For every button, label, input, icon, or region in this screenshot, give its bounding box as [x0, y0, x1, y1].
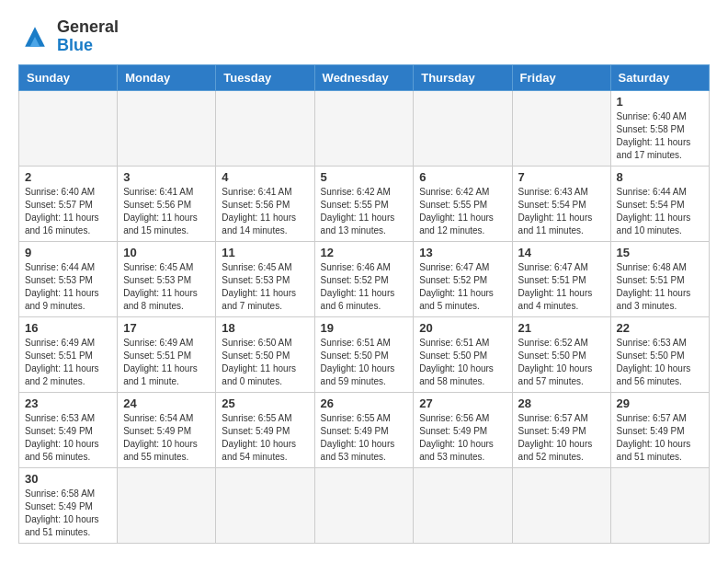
calendar-day-cell: 12 Sunrise: 6:46 AM Sunset: 5:52 PM Dayl… — [314, 241, 414, 316]
calendar-day-cell: 6 Sunrise: 6:42 AM Sunset: 5:55 PM Dayli… — [414, 166, 512, 241]
day-number: 19 — [321, 321, 408, 335]
calendar-day-cell — [610, 467, 709, 543]
calendar-day-cell: 27 Sunrise: 6:56 AM Sunset: 5:49 PM Dayl… — [414, 392, 512, 467]
logo-icon — [18, 20, 51, 53]
day-info: Sunrise: 6:53 AM Sunset: 5:49 PM Dayligh… — [25, 412, 111, 464]
calendar-day-cell — [414, 467, 512, 543]
day-info: Sunrise: 6:42 AM Sunset: 5:55 PM Dayligh… — [321, 186, 408, 237]
day-number: 3 — [123, 170, 210, 184]
day-number: 20 — [419, 321, 506, 335]
calendar-week-row: 9 Sunrise: 6:44 AM Sunset: 5:53 PM Dayli… — [19, 241, 710, 316]
day-info: Sunrise: 6:49 AM Sunset: 5:51 PM Dayligh… — [25, 337, 111, 388]
day-header-friday: Friday — [512, 64, 610, 90]
day-number: 12 — [321, 246, 408, 259]
calendar-day-cell — [118, 467, 216, 543]
calendar-day-cell: 3 Sunrise: 6:41 AM Sunset: 5:56 PM Dayli… — [118, 166, 216, 241]
calendar-day-cell: 8 Sunrise: 6:44 AM Sunset: 5:54 PM Dayli… — [610, 166, 709, 241]
day-info: Sunrise: 6:57 AM Sunset: 5:49 PM Dayligh… — [617, 412, 703, 464]
day-info: Sunrise: 6:46 AM Sunset: 5:52 PM Dayligh… — [321, 261, 408, 313]
day-header-thursday: Thursday — [414, 64, 512, 90]
day-info: Sunrise: 6:42 AM Sunset: 5:55 PM Dayligh… — [419, 186, 506, 237]
calendar-day-cell: 2 Sunrise: 6:40 AM Sunset: 5:57 PM Dayli… — [19, 166, 118, 241]
day-number: 21 — [518, 321, 605, 335]
calendar-day-cell: 25 Sunrise: 6:55 AM Sunset: 5:49 PM Dayl… — [216, 392, 314, 467]
day-number: 25 — [222, 396, 308, 410]
calendar-day-cell — [314, 467, 414, 543]
calendar-day-cell — [314, 90, 414, 166]
day-number: 17 — [123, 321, 210, 335]
day-number: 7 — [518, 170, 605, 184]
calendar-day-cell — [414, 90, 512, 166]
day-header-tuesday: Tuesday — [216, 64, 314, 90]
day-info: Sunrise: 6:53 AM Sunset: 5:50 PM Dayligh… — [617, 337, 703, 388]
calendar-day-cell: 7 Sunrise: 6:43 AM Sunset: 5:54 PM Dayli… — [512, 166, 610, 241]
day-number: 2 — [25, 170, 111, 184]
day-number: 6 — [419, 170, 506, 184]
calendar-day-cell: 14 Sunrise: 6:47 AM Sunset: 5:51 PM Dayl… — [512, 241, 610, 316]
calendar-day-cell: 17 Sunrise: 6:49 AM Sunset: 5:51 PM Dayl… — [118, 316, 216, 392]
day-info: Sunrise: 6:48 AM Sunset: 5:51 PM Dayligh… — [617, 261, 703, 313]
calendar-week-row: 2 Sunrise: 6:40 AM Sunset: 5:57 PM Dayli… — [19, 166, 710, 241]
day-info: Sunrise: 6:44 AM Sunset: 5:54 PM Dayligh… — [617, 186, 703, 237]
day-header-sunday: Sunday — [19, 64, 118, 90]
calendar-day-cell: 1 Sunrise: 6:40 AM Sunset: 5:58 PM Dayli… — [610, 90, 709, 166]
day-number: 16 — [25, 321, 111, 335]
day-number: 23 — [25, 396, 111, 410]
day-info: Sunrise: 6:41 AM Sunset: 5:56 PM Dayligh… — [123, 186, 210, 237]
calendar-day-cell — [216, 467, 314, 543]
day-number: 27 — [419, 396, 506, 410]
day-info: Sunrise: 6:57 AM Sunset: 5:49 PM Dayligh… — [518, 412, 605, 464]
calendar-table: SundayMondayTuesdayWednesdayThursdayFrid… — [18, 64, 710, 544]
day-info: Sunrise: 6:41 AM Sunset: 5:56 PM Dayligh… — [222, 186, 308, 237]
day-number: 5 — [321, 170, 408, 184]
calendar-day-cell: 19 Sunrise: 6:51 AM Sunset: 5:50 PM Dayl… — [314, 316, 414, 392]
day-info: Sunrise: 6:54 AM Sunset: 5:49 PM Dayligh… — [123, 412, 210, 464]
calendar-day-cell: 23 Sunrise: 6:53 AM Sunset: 5:49 PM Dayl… — [19, 392, 118, 467]
day-info: Sunrise: 6:51 AM Sunset: 5:50 PM Dayligh… — [419, 337, 506, 388]
day-number: 18 — [222, 321, 308, 335]
day-number: 1 — [617, 95, 703, 109]
day-header-monday: Monday — [118, 64, 216, 90]
calendar-day-cell: 11 Sunrise: 6:45 AM Sunset: 5:53 PM Dayl… — [216, 241, 314, 316]
calendar-day-cell: 15 Sunrise: 6:48 AM Sunset: 5:51 PM Dayl… — [610, 241, 709, 316]
calendar-day-cell — [118, 90, 216, 166]
day-number: 29 — [617, 396, 703, 410]
day-number: 24 — [123, 396, 210, 410]
calendar-week-row: 16 Sunrise: 6:49 AM Sunset: 5:51 PM Dayl… — [19, 316, 710, 392]
calendar-day-cell: 22 Sunrise: 6:53 AM Sunset: 5:50 PM Dayl… — [610, 316, 709, 392]
calendar-day-cell — [216, 90, 314, 166]
day-number: 11 — [222, 246, 308, 259]
day-number: 8 — [617, 170, 703, 184]
day-number: 13 — [419, 246, 506, 259]
calendar-week-row: 23 Sunrise: 6:53 AM Sunset: 5:49 PM Dayl… — [19, 392, 710, 467]
day-number: 4 — [222, 170, 308, 184]
calendar-day-cell: 21 Sunrise: 6:52 AM Sunset: 5:50 PM Dayl… — [512, 316, 610, 392]
calendar-day-cell — [19, 90, 118, 166]
calendar-header-row: SundayMondayTuesdayWednesdayThursdayFrid… — [19, 64, 710, 90]
day-info: Sunrise: 6:55 AM Sunset: 5:49 PM Dayligh… — [222, 412, 308, 464]
day-info: Sunrise: 6:47 AM Sunset: 5:52 PM Dayligh… — [419, 261, 506, 313]
day-header-saturday: Saturday — [610, 64, 709, 90]
calendar-day-cell: 10 Sunrise: 6:45 AM Sunset: 5:53 PM Dayl… — [118, 241, 216, 316]
day-info: Sunrise: 6:45 AM Sunset: 5:53 PM Dayligh… — [123, 261, 210, 313]
calendar-day-cell: 29 Sunrise: 6:57 AM Sunset: 5:49 PM Dayl… — [610, 392, 709, 467]
calendar-day-cell: 9 Sunrise: 6:44 AM Sunset: 5:53 PM Dayli… — [19, 241, 118, 316]
calendar-week-row: 1 Sunrise: 6:40 AM Sunset: 5:58 PM Dayli… — [19, 90, 710, 166]
day-info: Sunrise: 6:56 AM Sunset: 5:49 PM Dayligh… — [419, 412, 506, 464]
day-info: Sunrise: 6:51 AM Sunset: 5:50 PM Dayligh… — [321, 337, 408, 388]
day-header-wednesday: Wednesday — [314, 64, 414, 90]
day-info: Sunrise: 6:43 AM Sunset: 5:54 PM Dayligh… — [518, 186, 605, 237]
day-number: 15 — [617, 246, 703, 259]
calendar-day-cell: 28 Sunrise: 6:57 AM Sunset: 5:49 PM Dayl… — [512, 392, 610, 467]
day-number: 26 — [321, 396, 408, 410]
day-info: Sunrise: 6:40 AM Sunset: 5:57 PM Dayligh… — [25, 186, 111, 237]
day-info: Sunrise: 6:55 AM Sunset: 5:49 PM Dayligh… — [321, 412, 408, 464]
calendar-week-row: 30 Sunrise: 6:58 AM Sunset: 5:49 PM Dayl… — [19, 467, 710, 543]
calendar-day-cell: 30 Sunrise: 6:58 AM Sunset: 5:49 PM Dayl… — [19, 467, 118, 543]
day-info: Sunrise: 6:47 AM Sunset: 5:51 PM Dayligh… — [518, 261, 605, 313]
calendar-day-cell: 4 Sunrise: 6:41 AM Sunset: 5:56 PM Dayli… — [216, 166, 314, 241]
day-info: Sunrise: 6:58 AM Sunset: 5:49 PM Dayligh… — [25, 488, 111, 539]
calendar-day-cell — [512, 90, 610, 166]
day-number: 30 — [25, 472, 111, 486]
day-info: Sunrise: 6:52 AM Sunset: 5:50 PM Dayligh… — [518, 337, 605, 388]
